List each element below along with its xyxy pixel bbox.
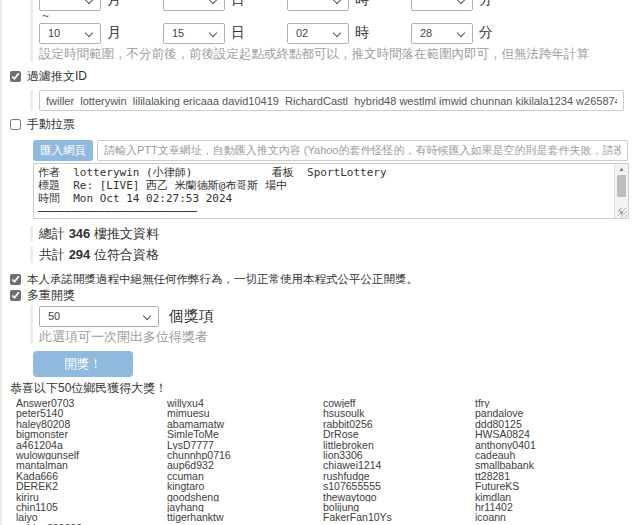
winner-item: goodsheng bbox=[167, 492, 323, 502]
stats-total-suffix: 樓推文資料 bbox=[90, 226, 159, 241]
winner-column: Answer0703peter5140haley80208bigmonstera… bbox=[16, 398, 167, 525]
winner-item: LysD7777 bbox=[167, 440, 323, 450]
end-day-select[interactable]: 15 bbox=[163, 23, 225, 44]
winner-item: FutureKS bbox=[475, 481, 536, 491]
winner-item: mantalman bbox=[16, 460, 167, 470]
winner-item: FakerFan10Ys bbox=[323, 512, 475, 522]
start-hour-select[interactable] bbox=[287, 0, 349, 11]
chevron-down-icon bbox=[85, 28, 93, 36]
stats-total-prefix: 總計 bbox=[39, 226, 69, 241]
winner-item: abamamatw bbox=[167, 419, 323, 429]
resize-grip-icon[interactable] bbox=[618, 208, 627, 217]
filter-id-input[interactable] bbox=[39, 90, 624, 111]
winner-item: Answer0703 bbox=[16, 398, 167, 408]
stats-total: 總計 346 樓推文資料 bbox=[30, 226, 640, 242]
congrats-text: 恭喜以下50位鄉民獲得大獎！ bbox=[10, 382, 640, 395]
winner-item: icoann bbox=[475, 512, 536, 522]
promise-row: 本人承諾開獎過程中絕無任何作弊行為，一切正常使用本程式公平公正開獎。 bbox=[10, 273, 640, 285]
chevron-down-icon bbox=[333, 28, 341, 36]
filter-id-group bbox=[30, 90, 640, 111]
article-content: 作者 lotterywin (小律師) 看板 SportLottery 標題 R… bbox=[34, 164, 614, 218]
winner-item: kingtaro bbox=[167, 481, 323, 491]
manual-pull-checkbox[interactable] bbox=[10, 119, 21, 130]
multi-draw-checkbox[interactable] bbox=[10, 290, 21, 301]
chevron-down-icon bbox=[209, 28, 217, 36]
winner-item: rabbit0256 bbox=[323, 419, 475, 429]
winner-item: DrRose bbox=[323, 429, 475, 439]
winner-item: cadeauh bbox=[475, 450, 536, 460]
start-minute-select[interactable] bbox=[411, 0, 473, 11]
end-minute-value: 28 bbox=[420, 27, 432, 39]
winner-item: ccuman bbox=[167, 471, 323, 481]
scrollbar-thumb[interactable] bbox=[617, 175, 626, 197]
multi-draw-row: 多重開獎 bbox=[10, 289, 640, 301]
winner-item: kimdlan bbox=[475, 492, 536, 502]
manual-pull-row: 手動拉票 bbox=[10, 116, 640, 133]
promise-checkbox[interactable] bbox=[10, 274, 21, 285]
prize-count-select[interactable]: 50 bbox=[39, 306, 159, 327]
chevron-down-icon bbox=[457, 0, 465, 4]
hour-label: 時 bbox=[355, 0, 369, 9]
minute-label: 分 bbox=[479, 0, 493, 9]
winner-item: littlebroken bbox=[323, 440, 475, 450]
winner-item: ttigerhanktw bbox=[167, 512, 323, 522]
draw-button[interactable]: 開獎！ bbox=[33, 351, 133, 377]
winner-column: tfrypandaloveddd80125HWSA0824anthony0401… bbox=[475, 398, 536, 525]
winner-item: chiawei1214 bbox=[323, 460, 475, 470]
multi-draw-group: 50 個獎項 此選項可一次開出多位得獎者 bbox=[30, 305, 640, 344]
winner-item: Kada666 bbox=[16, 471, 167, 481]
prize-count-label: 個獎項 bbox=[169, 307, 214, 326]
winner-item: pandalove bbox=[475, 408, 536, 418]
multi-draw-hint: 此選項可一次開出多位得獎者 bbox=[39, 330, 640, 344]
import-web-button[interactable]: 匯入網頁 bbox=[33, 140, 93, 161]
winner-item: lion3306 bbox=[323, 450, 475, 460]
day-label: 日 bbox=[231, 24, 245, 42]
end-hour-select[interactable]: 02 bbox=[287, 23, 349, 44]
stats-qualified-prefix: 共計 bbox=[39, 247, 69, 262]
winner-column: cowjeffhsusoulkrabbit0256DrRoselittlebro… bbox=[323, 398, 475, 525]
end-hour-value: 02 bbox=[296, 27, 308, 39]
time-range-end-row: 10 月 15 日 02 時 28 分 bbox=[39, 22, 640, 44]
filter-id-row: 過濾推文ID bbox=[10, 68, 640, 85]
winner-item: laiyo bbox=[16, 512, 167, 522]
start-day-select[interactable] bbox=[163, 0, 225, 11]
stats-qualified-count: 294 bbox=[69, 247, 91, 262]
stats-total-count: 346 bbox=[69, 226, 91, 241]
winner-item: peter5140 bbox=[16, 408, 167, 418]
end-month-select[interactable]: 10 bbox=[39, 23, 101, 44]
winner-item: a461204a bbox=[16, 440, 167, 450]
time-range-separator: ~ bbox=[42, 11, 640, 22]
winner-item: willyxu4 bbox=[167, 398, 323, 408]
winner-item: wulowgunself bbox=[16, 450, 167, 460]
winner-item: s107655555 bbox=[323, 481, 475, 491]
article-textarea[interactable]: 作者 lotterywin (小律師) 看板 SportLottery 標題 R… bbox=[33, 163, 629, 219]
chevron-down-icon bbox=[85, 0, 93, 4]
minute-label: 分 bbox=[479, 24, 493, 42]
winner-item: hsusoulk bbox=[323, 408, 475, 418]
month-label: 月 bbox=[107, 24, 121, 42]
month-label: 月 bbox=[107, 0, 121, 9]
filter-id-checkbox[interactable] bbox=[10, 71, 21, 82]
winner-column: willyxu4mimuesuabamamatwSimleToMeLysD777… bbox=[167, 398, 323, 525]
winner-item: chin1105 bbox=[16, 502, 167, 512]
prize-count-row: 50 個獎項 bbox=[39, 305, 640, 327]
ptt-url-input[interactable] bbox=[97, 140, 628, 161]
end-minute-select[interactable]: 28 bbox=[411, 23, 473, 44]
winner-item: DEREK2 bbox=[16, 481, 167, 491]
hour-label: 時 bbox=[355, 24, 369, 42]
start-month-select[interactable] bbox=[39, 0, 101, 11]
day-label: 日 bbox=[231, 0, 245, 9]
prize-count-value: 50 bbox=[48, 310, 60, 322]
scroll-up-icon[interactable]: ▲ bbox=[615, 164, 628, 174]
winner-item: mimuesu bbox=[167, 408, 323, 418]
chevron-down-icon bbox=[209, 0, 217, 4]
time-range-group: 月 日 時 分 ~ 10 月 15 日 02 時 bbox=[30, 0, 640, 62]
end-day-value: 15 bbox=[172, 27, 184, 39]
multi-draw-label: 多重開獎 bbox=[27, 287, 75, 304]
winner-item: kiriru bbox=[16, 492, 167, 502]
winner-item: haley80208 bbox=[16, 419, 167, 429]
chevron-down-icon bbox=[457, 28, 465, 36]
stats-qualified-suffix: 位符合資格 bbox=[90, 247, 159, 262]
winner-item: SimleToMe bbox=[167, 429, 323, 439]
winner-item: chunnhp0716 bbox=[167, 450, 323, 460]
